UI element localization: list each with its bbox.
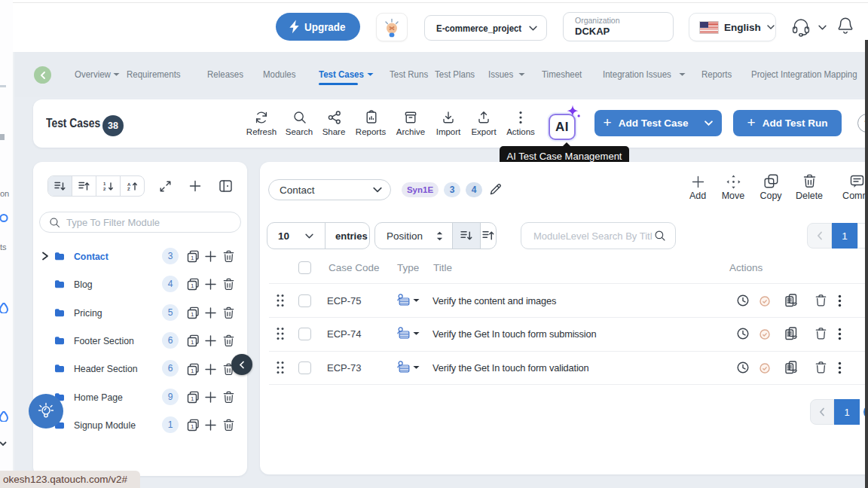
svg-text:A: A (127, 181, 131, 186)
svg-text:1: 1 (191, 395, 194, 402)
svg-text:Z: Z (127, 187, 130, 191)
svg-text:1: 1 (191, 282, 194, 289)
svg-text:1: 1 (191, 255, 194, 261)
svg-text:1: 1 (103, 181, 106, 186)
svg-text:1: 1 (191, 423, 194, 430)
svg-text:1: 1 (191, 339, 194, 346)
svg-text:1: 1 (191, 368, 194, 374)
svg-text:1: 1 (191, 311, 194, 318)
svg-text:2: 2 (103, 187, 106, 191)
